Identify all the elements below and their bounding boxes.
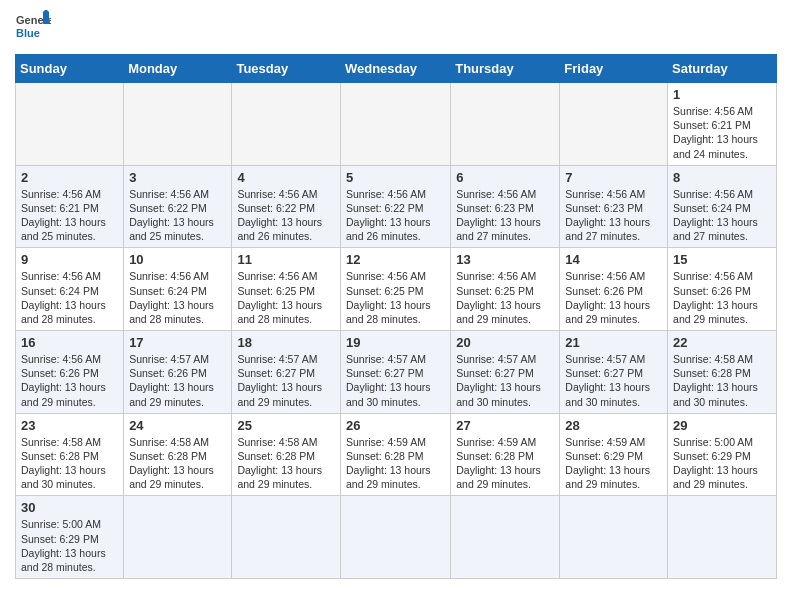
weekday-header-row: SundayMondayTuesdayWednesdayThursdayFrid… [16, 55, 777, 83]
day-info: Sunrise: 4:58 AM Sunset: 6:28 PM Dayligh… [237, 435, 335, 492]
day-info: Sunrise: 4:56 AM Sunset: 6:24 PM Dayligh… [21, 269, 118, 326]
weekday-header-tuesday: Tuesday [232, 55, 341, 83]
day-cell [232, 83, 341, 166]
calendar: SundayMondayTuesdayWednesdayThursdayFrid… [15, 54, 777, 579]
day-number: 10 [129, 252, 226, 267]
day-number: 6 [456, 170, 554, 185]
header: General Blue [15, 10, 777, 46]
logo-icon: General Blue [15, 10, 51, 46]
day-cell: 5Sunrise: 4:56 AM Sunset: 6:22 PM Daylig… [340, 165, 450, 248]
day-number: 2 [21, 170, 118, 185]
weekday-header-friday: Friday [560, 55, 668, 83]
day-cell: 26Sunrise: 4:59 AM Sunset: 6:28 PM Dayli… [340, 413, 450, 496]
day-cell: 28Sunrise: 4:59 AM Sunset: 6:29 PM Dayli… [560, 413, 668, 496]
day-number: 3 [129, 170, 226, 185]
day-info: Sunrise: 4:56 AM Sunset: 6:26 PM Dayligh… [21, 352, 118, 409]
day-info: Sunrise: 4:58 AM Sunset: 6:28 PM Dayligh… [673, 352, 771, 409]
day-number: 11 [237, 252, 335, 267]
day-cell: 23Sunrise: 4:58 AM Sunset: 6:28 PM Dayli… [16, 413, 124, 496]
day-number: 5 [346, 170, 445, 185]
day-number: 29 [673, 418, 771, 433]
day-number: 17 [129, 335, 226, 350]
day-cell: 20Sunrise: 4:57 AM Sunset: 6:27 PM Dayli… [451, 331, 560, 414]
week-row-2: 2Sunrise: 4:56 AM Sunset: 6:21 PM Daylig… [16, 165, 777, 248]
day-info: Sunrise: 4:56 AM Sunset: 6:21 PM Dayligh… [21, 187, 118, 244]
day-cell [668, 496, 777, 579]
day-cell: 4Sunrise: 4:56 AM Sunset: 6:22 PM Daylig… [232, 165, 341, 248]
day-info: Sunrise: 4:56 AM Sunset: 6:22 PM Dayligh… [237, 187, 335, 244]
day-number: 24 [129, 418, 226, 433]
day-cell [451, 83, 560, 166]
day-number: 23 [21, 418, 118, 433]
day-cell: 12Sunrise: 4:56 AM Sunset: 6:25 PM Dayli… [340, 248, 450, 331]
day-info: Sunrise: 4:56 AM Sunset: 6:25 PM Dayligh… [346, 269, 445, 326]
day-cell: 19Sunrise: 4:57 AM Sunset: 6:27 PM Dayli… [340, 331, 450, 414]
week-row-3: 9Sunrise: 4:56 AM Sunset: 6:24 PM Daylig… [16, 248, 777, 331]
day-info: Sunrise: 4:56 AM Sunset: 6:24 PM Dayligh… [129, 269, 226, 326]
day-cell [124, 496, 232, 579]
day-info: Sunrise: 4:57 AM Sunset: 6:26 PM Dayligh… [129, 352, 226, 409]
day-number: 27 [456, 418, 554, 433]
day-cell: 11Sunrise: 4:56 AM Sunset: 6:25 PM Dayli… [232, 248, 341, 331]
day-cell [232, 496, 341, 579]
day-number: 12 [346, 252, 445, 267]
day-number: 22 [673, 335, 771, 350]
day-info: Sunrise: 4:57 AM Sunset: 6:27 PM Dayligh… [346, 352, 445, 409]
day-number: 4 [237, 170, 335, 185]
day-cell: 21Sunrise: 4:57 AM Sunset: 6:27 PM Dayli… [560, 331, 668, 414]
day-number: 7 [565, 170, 662, 185]
weekday-header-monday: Monday [124, 55, 232, 83]
day-info: Sunrise: 5:00 AM Sunset: 6:29 PM Dayligh… [21, 517, 118, 574]
day-cell: 7Sunrise: 4:56 AM Sunset: 6:23 PM Daylig… [560, 165, 668, 248]
day-cell: 25Sunrise: 4:58 AM Sunset: 6:28 PM Dayli… [232, 413, 341, 496]
logo-container: General Blue [15, 10, 51, 46]
weekday-header-thursday: Thursday [451, 55, 560, 83]
day-info: Sunrise: 4:59 AM Sunset: 6:28 PM Dayligh… [346, 435, 445, 492]
day-cell [451, 496, 560, 579]
day-cell [560, 496, 668, 579]
day-number: 8 [673, 170, 771, 185]
day-info: Sunrise: 4:56 AM Sunset: 6:26 PM Dayligh… [565, 269, 662, 326]
day-info: Sunrise: 4:58 AM Sunset: 6:28 PM Dayligh… [129, 435, 226, 492]
day-number: 16 [21, 335, 118, 350]
day-number: 1 [673, 87, 771, 102]
day-cell: 24Sunrise: 4:58 AM Sunset: 6:28 PM Dayli… [124, 413, 232, 496]
day-cell: 27Sunrise: 4:59 AM Sunset: 6:28 PM Dayli… [451, 413, 560, 496]
day-info: Sunrise: 4:56 AM Sunset: 6:25 PM Dayligh… [237, 269, 335, 326]
day-number: 30 [21, 500, 118, 515]
day-info: Sunrise: 4:57 AM Sunset: 6:27 PM Dayligh… [237, 352, 335, 409]
day-info: Sunrise: 5:00 AM Sunset: 6:29 PM Dayligh… [673, 435, 771, 492]
day-cell: 17Sunrise: 4:57 AM Sunset: 6:26 PM Dayli… [124, 331, 232, 414]
day-info: Sunrise: 4:56 AM Sunset: 6:21 PM Dayligh… [673, 104, 771, 161]
weekday-header-saturday: Saturday [668, 55, 777, 83]
week-row-6: 30Sunrise: 5:00 AM Sunset: 6:29 PM Dayli… [16, 496, 777, 579]
day-info: Sunrise: 4:57 AM Sunset: 6:27 PM Dayligh… [565, 352, 662, 409]
day-cell: 22Sunrise: 4:58 AM Sunset: 6:28 PM Dayli… [668, 331, 777, 414]
day-cell: 13Sunrise: 4:56 AM Sunset: 6:25 PM Dayli… [451, 248, 560, 331]
day-cell: 2Sunrise: 4:56 AM Sunset: 6:21 PM Daylig… [16, 165, 124, 248]
day-cell: 16Sunrise: 4:56 AM Sunset: 6:26 PM Dayli… [16, 331, 124, 414]
day-number: 19 [346, 335, 445, 350]
day-cell: 15Sunrise: 4:56 AM Sunset: 6:26 PM Dayli… [668, 248, 777, 331]
day-cell [560, 83, 668, 166]
day-number: 18 [237, 335, 335, 350]
day-number: 21 [565, 335, 662, 350]
day-cell: 6Sunrise: 4:56 AM Sunset: 6:23 PM Daylig… [451, 165, 560, 248]
day-cell [340, 83, 450, 166]
day-info: Sunrise: 4:57 AM Sunset: 6:27 PM Dayligh… [456, 352, 554, 409]
day-cell [340, 496, 450, 579]
week-row-4: 16Sunrise: 4:56 AM Sunset: 6:26 PM Dayli… [16, 331, 777, 414]
day-cell [16, 83, 124, 166]
week-row-5: 23Sunrise: 4:58 AM Sunset: 6:28 PM Dayli… [16, 413, 777, 496]
logo: General Blue [15, 10, 51, 46]
day-number: 28 [565, 418, 662, 433]
day-cell: 29Sunrise: 5:00 AM Sunset: 6:29 PM Dayli… [668, 413, 777, 496]
day-info: Sunrise: 4:59 AM Sunset: 6:29 PM Dayligh… [565, 435, 662, 492]
day-info: Sunrise: 4:56 AM Sunset: 6:23 PM Dayligh… [456, 187, 554, 244]
day-number: 15 [673, 252, 771, 267]
day-info: Sunrise: 4:56 AM Sunset: 6:22 PM Dayligh… [346, 187, 445, 244]
day-cell: 8Sunrise: 4:56 AM Sunset: 6:24 PM Daylig… [668, 165, 777, 248]
day-number: 25 [237, 418, 335, 433]
weekday-header-sunday: Sunday [16, 55, 124, 83]
day-info: Sunrise: 4:56 AM Sunset: 6:23 PM Dayligh… [565, 187, 662, 244]
